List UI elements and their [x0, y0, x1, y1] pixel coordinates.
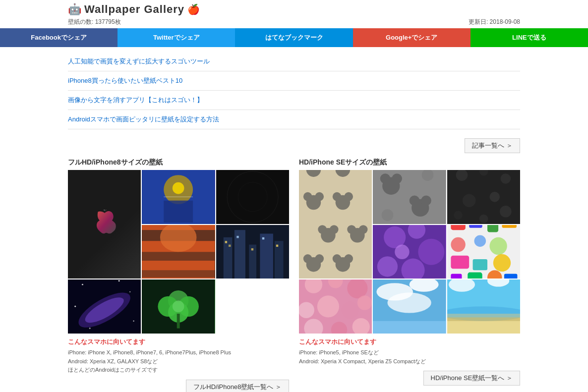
header: 🤖 Wallpaper Gallery 🍎 [0, 0, 588, 17]
svg-point-79 [500, 173, 511, 184]
wallpaper-count: 壁紙の数: 137795枚 [68, 18, 121, 26]
wallpaper-beach[interactable] [447, 280, 520, 334]
svg-point-113 [341, 301, 358, 319]
svg-point-50 [303, 192, 312, 201]
hd-gallery-grid [299, 170, 520, 334]
svg-point-51 [315, 192, 324, 201]
svg-point-66 [344, 254, 353, 263]
fullhd-device-title: こんなスマホに向いてます [68, 337, 289, 346]
hd-device-iphone: iPhone: iPhone5, iPhone SEなど [299, 348, 520, 357]
svg-rect-101 [472, 259, 487, 270]
svg-rect-23 [262, 237, 264, 239]
wallpaper-flowers[interactable] [299, 280, 372, 334]
more-articles-button[interactable]: 記事一覧へ ＞ [465, 138, 520, 153]
link-remove-text[interactable]: 画像から文字を消すアプリ【これはスゴい！】 [68, 96, 203, 104]
wallpaper-dark-faces[interactable] [447, 170, 520, 224]
wallpaper-apple-dark[interactable] [68, 170, 141, 279]
fullhd-gallery: フルHD/iPhone8サイズの壁紙 [68, 158, 289, 392]
svg-point-82 [454, 211, 463, 220]
svg-rect-20 [229, 244, 231, 246]
wallpaper-tiger[interactable] [142, 225, 215, 279]
hd-gallery-info: こんなスマホに向いてます iPhone: iPhone5, iPhone SEな… [299, 337, 520, 366]
link-android-wallpaper[interactable]: Androidスマホで画面ピッタリに壁紙を設定する方法 [68, 115, 219, 123]
svg-point-102 [493, 254, 510, 271]
svg-point-97 [451, 237, 465, 252]
svg-rect-22 [251, 248, 253, 250]
link-iphone8-wallpaper[interactable]: iPhone8買ったら使いたい壁紙ベスト10 [68, 77, 182, 84]
svg-point-121 [388, 293, 431, 313]
svg-point-60 [359, 225, 368, 234]
list-item: Androidスマホで画面ピッタリに壁紙を設定する方法 [68, 110, 520, 129]
list-item: 人工知能で画質を変えずに拡大するスゴいツール [68, 52, 520, 71]
galleries-section: フルHD/iPhone8サイズの壁紙 [0, 158, 588, 392]
svg-point-83 [500, 206, 512, 218]
hd-device-android: Android: Xperia X Compact, Xperia Z5 Com… [299, 357, 520, 366]
svg-point-69 [380, 173, 391, 184]
fullhd-gallery-title: フルHD/iPhone8サイズの壁紙 [68, 158, 289, 167]
hd-gallery-link-button[interactable]: HD/iPhone SE壁紙一覧へ ＞ [423, 371, 520, 386]
svg-point-56 [318, 225, 327, 234]
fullhd-gallery-link-button[interactable]: フルHD/iPhone8壁紙一覧へ ＞ [186, 380, 289, 392]
svg-point-63 [315, 254, 324, 263]
svg-point-53 [333, 192, 342, 201]
svg-rect-100 [451, 255, 469, 269]
facebook-share-button[interactable]: Facebookでシェア [0, 28, 118, 47]
google-share-button[interactable]: Google+でシェア [353, 28, 470, 47]
share-bar: Facebookでシェア Twitterでシェア はてなブックマーク Googl… [0, 28, 588, 47]
list-item: iPhone8買ったら使いたい壁紙ベスト10 [68, 71, 520, 91]
wallpaper-mickey-pattern[interactable] [299, 170, 372, 279]
svg-rect-15 [234, 230, 245, 279]
svg-point-80 [463, 194, 476, 207]
link-ai-tool[interactable]: 人工知能で画質を変えずに拡大するスゴいツール [68, 57, 210, 65]
svg-point-57 [330, 225, 339, 234]
svg-point-62 [303, 254, 312, 263]
twitter-share-button[interactable]: Twitterでシェア [118, 28, 235, 47]
wallpaper-clover[interactable] [142, 280, 215, 334]
svg-rect-11 [142, 270, 215, 278]
svg-rect-17 [260, 233, 273, 279]
hatena-share-button[interactable]: はてなブックマーク [235, 28, 353, 47]
apple-icon: 🍎 [187, 3, 200, 15]
svg-point-54 [344, 192, 353, 201]
svg-point-88 [418, 238, 445, 265]
svg-point-91 [395, 244, 410, 259]
svg-rect-14 [223, 237, 232, 279]
svg-point-73 [421, 195, 432, 206]
subheader: 壁紙の数: 137795枚 更新日: 2018-09-08 [0, 17, 588, 28]
svg-rect-93 [451, 225, 465, 230]
svg-point-41 [173, 301, 184, 313]
fullhd-gallery-grid [68, 170, 289, 334]
svg-rect-126 [447, 318, 520, 321]
wallpaper-anime[interactable] [142, 170, 215, 224]
hd-gallery-title: HD/iPhone SEサイズの壁紙 [299, 158, 520, 167]
svg-rect-10 [142, 252, 215, 261]
svg-point-31 [129, 291, 130, 292]
svg-point-34 [89, 328, 91, 329]
line-share-button[interactable]: LINEで送る [470, 28, 588, 47]
more-button-row: 記事一覧へ ＞ [0, 134, 588, 158]
svg-rect-2 [164, 201, 193, 223]
svg-point-59 [347, 225, 356, 234]
svg-point-65 [333, 254, 342, 263]
wallpaper-sky[interactable] [373, 280, 446, 334]
android-icon: 🤖 [68, 3, 81, 16]
wallpaper-city[interactable] [216, 225, 289, 279]
wallpaper-galaxy[interactable] [68, 280, 141, 334]
wallpaper-mickey-gray[interactable] [373, 170, 446, 224]
fullhd-gallery-info: こんなスマホに向いてます iPhone: iPhone X, iPhone8, … [68, 337, 289, 375]
svg-point-112 [317, 296, 339, 318]
svg-point-111 [299, 302, 314, 318]
svg-rect-19 [225, 241, 227, 243]
svg-rect-122 [373, 321, 446, 334]
svg-point-114 [357, 296, 372, 310]
wallpaper-stickers[interactable] [447, 225, 520, 279]
svg-point-98 [474, 235, 486, 247]
svg-point-84 [479, 215, 488, 224]
svg-point-28 [82, 284, 83, 285]
wallpaper-dark-texture[interactable] [216, 170, 289, 224]
svg-rect-18 [275, 241, 284, 279]
svg-rect-21 [236, 236, 238, 238]
svg-point-75 [382, 209, 394, 221]
wallpaper-purple-flowers[interactable] [373, 225, 446, 279]
update-date: 更新日: 2018-09-08 [469, 18, 520, 26]
